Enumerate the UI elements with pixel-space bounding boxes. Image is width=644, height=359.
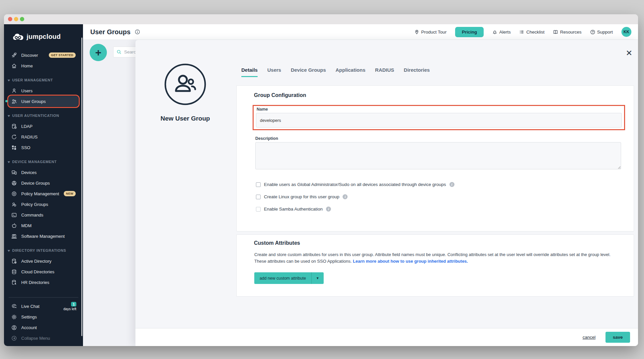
sidebar-scrollbar[interactable] (81, 38, 82, 336)
sidebar-item-device-groups[interactable]: Device Groups (9, 178, 78, 188)
info-icon[interactable]: i (449, 182, 454, 187)
checklist-icon (519, 30, 524, 35)
sidebar-item-settings[interactable]: Settings (9, 312, 78, 322)
tab-radius[interactable]: RADIUS (375, 67, 394, 77)
pricing-button[interactable]: Pricing (455, 27, 484, 37)
user-group-icon (11, 99, 17, 104)
resources-label: Resources (560, 30, 582, 35)
sidebar-item-discover[interactable]: Discover GET STARTED (9, 50, 78, 60)
checkbox-row-global-admin: Enable users as Global Administrator/Sud… (256, 182, 454, 187)
cancel-button[interactable]: cancel (583, 335, 596, 340)
sidebar-item-label: Users (21, 88, 33, 93)
info-icon[interactable] (135, 29, 140, 35)
sidebar-item-radius[interactable]: RADIUS (9, 132, 78, 142)
app-window: jumpcloud Discover GET STARTED Home ▾ US… (4, 14, 638, 346)
commands-terminal-icon (11, 212, 17, 218)
sidebar: jumpcloud Discover GET STARTED Home ▾ US… (4, 24, 83, 346)
days-left-badge: 1 (71, 302, 76, 307)
bell-icon (492, 30, 497, 35)
sidebar-item-live-chat[interactable]: Live Chat 1 days left (9, 301, 78, 312)
sidebar-item-cloud-directories[interactable]: Cloud Directories (9, 266, 78, 277)
user-avatar[interactable]: KK (621, 27, 631, 37)
tab-details[interactable]: Details (241, 67, 258, 77)
checkbox-row-linux-group: Create Linux group for this user group i (256, 194, 348, 199)
sidebar-item-active-directory[interactable]: Active Directory (9, 256, 78, 266)
sidebar-item-label: Software Management (21, 234, 65, 239)
group-description-textarea[interactable] (255, 142, 621, 169)
sidebar-item-label: MDM (21, 223, 32, 228)
minimize-window-button[interactable] (14, 17, 18, 21)
product-tour-button[interactable]: Product Tour (414, 30, 446, 35)
group-name-input[interactable] (256, 113, 622, 128)
alerts-button[interactable]: Alerts (492, 30, 511, 35)
software-management-icon (11, 233, 17, 239)
section-user-management[interactable]: ▾ USER MANAGEMENT (4, 75, 83, 85)
samba-auth-checkbox[interactable] (256, 207, 261, 212)
sidebar-item-account[interactable]: Account (9, 322, 78, 333)
sidebar-item-label: Active Directory (21, 259, 51, 264)
brand-name: jumpcloud (27, 33, 61, 41)
sidebar-item-label: RADIUS (21, 135, 38, 139)
support-label: Support (597, 30, 613, 35)
sidebar-item-policy-groups[interactable]: Policy Groups (9, 199, 78, 210)
add-custom-attribute-button[interactable]: add new custom attribute ▼ (254, 272, 324, 284)
section-user-authentication[interactable]: ▾ USER AUTHENTICATION (4, 110, 83, 121)
close-window-button[interactable] (8, 17, 12, 21)
detail-tabs: Details Users Device Groups Applications… (241, 67, 430, 77)
add-user-group-button[interactable]: + (90, 44, 107, 61)
checkbox-row-samba-auth: Enable Samba Authentication i (256, 207, 331, 212)
section-title: USER MANAGEMENT (12, 78, 53, 82)
active-directory-icon (11, 258, 17, 264)
sidebar-item-commands[interactable]: Commands (9, 210, 78, 220)
sidebar-item-devices[interactable]: Devices (9, 167, 78, 178)
name-label: Name (257, 107, 268, 112)
sidebar-item-ldap[interactable]: LDAP (9, 121, 78, 132)
section-directory-integrations[interactable]: ▾ DIRECTORY INTEGRATIONS (4, 245, 83, 256)
resources-button[interactable]: Resources (553, 30, 582, 35)
gear-icon (11, 314, 17, 320)
sidebar-item-mdm[interactable]: MDM (9, 220, 78, 231)
sidebar-item-label: Home (21, 63, 33, 68)
sidebar-item-policy-management[interactable]: Policy Management NEW (9, 188, 78, 199)
apple-mdm-icon (11, 223, 17, 228)
group-configuration-card: Group Configuration Name Description Ena… (236, 85, 634, 231)
sidebar-item-label: Settings (21, 314, 37, 319)
sidebar-item-hr-directories[interactable]: HR Directories (9, 277, 78, 288)
info-icon[interactable]: i (343, 194, 348, 199)
learn-more-link[interactable]: Learn more about how to use group inheri… (353, 259, 468, 264)
sidebar-item-label: Policy Management (21, 191, 59, 196)
tab-directories[interactable]: Directories (404, 67, 430, 77)
device-group-icon (11, 180, 17, 186)
new-user-group-panel: ✕ New User Group Details Users Device Gr… (135, 40, 638, 346)
sidebar-item-home[interactable]: Home (9, 60, 78, 71)
devices-icon (11, 170, 17, 175)
sidebar-item-label: Discover (21, 53, 38, 58)
sidebar-item-user-groups[interactable]: User Groups (9, 96, 78, 107)
sidebar-item-users[interactable]: Users (9, 85, 78, 96)
account-icon (11, 325, 17, 330)
linux-group-checkbox[interactable] (256, 195, 261, 199)
info-icon[interactable]: i (326, 207, 331, 212)
sso-grid-icon (11, 145, 17, 150)
support-button[interactable]: Support (590, 30, 613, 35)
sidebar-item-software-management[interactable]: Software Management (9, 231, 78, 241)
new-badge: NEW (64, 191, 76, 196)
global-admin-checkbox[interactable] (256, 182, 261, 187)
panel-footer: cancel save (135, 328, 638, 346)
close-icon[interactable]: ✕ (624, 48, 634, 58)
sidebar-item-sso[interactable]: SSO (9, 142, 78, 153)
zoom-window-button[interactable] (20, 17, 24, 21)
description-label: Description (255, 136, 278, 141)
tab-users[interactable]: Users (267, 67, 281, 77)
tab-device-groups[interactable]: Device Groups (291, 67, 326, 77)
tab-applications[interactable]: Applications (336, 67, 365, 77)
question-icon (590, 30, 595, 35)
book-icon (553, 30, 558, 35)
collapse-menu-icon (11, 335, 17, 341)
section-title: DEVICE MANAGEMENT (12, 160, 57, 164)
save-button[interactable]: save (605, 332, 630, 343)
sidebar-item-collapse-menu[interactable]: Collapse Menu (9, 333, 78, 343)
checklist-button[interactable]: Checklist (519, 30, 544, 35)
section-device-management[interactable]: ▾ DEVICE MANAGEMENT (4, 156, 83, 167)
entity-summary: New User Group (141, 63, 230, 122)
